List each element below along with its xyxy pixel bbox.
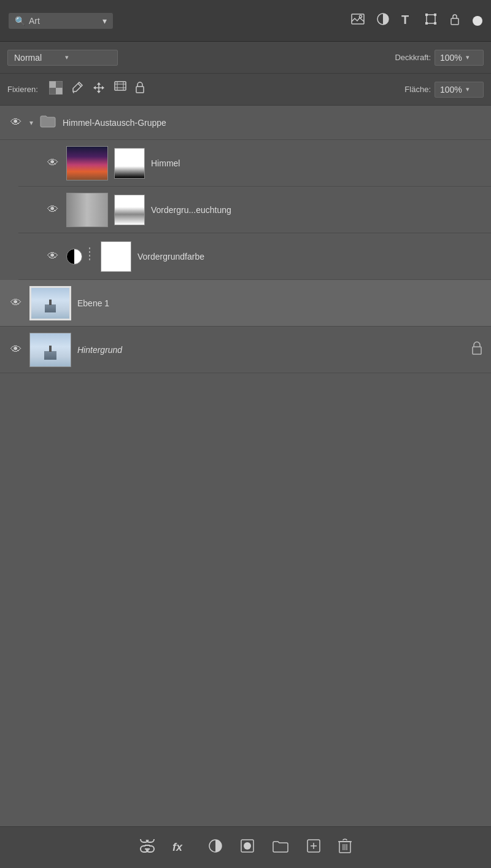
lock-label: Fixieren:	[7, 85, 38, 94]
fill-arrow: ▾	[466, 85, 470, 93]
lock-position-icon[interactable]	[92, 81, 106, 98]
vordergrundfarbe-visibility-icon[interactable]: 👁	[45, 250, 60, 263]
lock-all-icon[interactable]	[135, 81, 145, 98]
svg-rect-6	[434, 14, 436, 16]
vordergrundfarbe-name: Vordergrundfarbe	[137, 252, 482, 262]
new-group-icon[interactable]	[272, 839, 289, 857]
transform-icon[interactable]	[425, 13, 437, 28]
svg-rect-11	[56, 88, 63, 95]
vordergrundfarbe-special-icons	[66, 247, 95, 265]
add-mask-icon[interactable]	[240, 839, 255, 857]
lock-row: Fixieren:	[0, 74, 491, 106]
link-layers-icon[interactable]	[139, 839, 155, 856]
top-toolbar: 🔍 Art ▾ T	[0, 0, 491, 42]
svg-text:fx: fx	[172, 841, 183, 853]
vordergrubeleuchtung-thumbnail	[66, 193, 108, 227]
himmel-name: Himmel	[151, 158, 482, 168]
svg-rect-8	[434, 22, 436, 25]
vordergrubeleuchtung-name: Vordergru...euchtung	[151, 205, 482, 215]
toolbar-icons: T	[351, 12, 482, 29]
image-icon[interactable]	[351, 14, 365, 28]
svg-rect-27	[136, 87, 144, 93]
vordergrubeleuchtung-visibility-icon[interactable]: 👁	[45, 203, 60, 216]
himmel-mask-thumbnail	[114, 148, 145, 179]
layer-hintergrund[interactable]: 👁 Hintergrund	[0, 327, 491, 373]
artboard-icon[interactable]	[449, 12, 460, 29]
svg-rect-22	[115, 82, 126, 90]
group-visibility-icon[interactable]: 👁	[9, 116, 23, 129]
hintergrund-visibility-icon[interactable]: 👁	[9, 343, 23, 356]
layer-ebene1[interactable]: 👁 Ebene 1	[0, 280, 491, 327]
search-icon: 🔍	[15, 16, 25, 26]
svg-rect-5	[425, 14, 428, 16]
ebene1-thumbnail	[29, 286, 71, 320]
vordergrundfarbe-mask-thumbnail	[101, 241, 131, 272]
blend-mode-dropdown[interactable]: Normal ▾	[7, 50, 118, 66]
chain-link-icon	[85, 247, 95, 265]
group-folder-icon	[39, 114, 56, 132]
opacity-label: Deckkraft:	[395, 53, 431, 62]
vordergrubeleuchtung-mask-thumbnail	[114, 195, 145, 225]
circle-half-icon[interactable]	[377, 13, 389, 28]
svg-rect-7	[425, 22, 428, 25]
himmel-visibility-icon[interactable]: 👁	[45, 157, 60, 169]
search-text: Art	[29, 16, 99, 26]
fill-group: Fläche: 100% ▾	[404, 82, 484, 98]
search-box[interactable]: 🔍 Art ▾	[9, 13, 113, 29]
blend-mode-row: Normal ▾ Deckkraft: 100% ▾	[0, 42, 491, 74]
new-layer-icon[interactable]	[306, 839, 321, 857]
hintergrund-thumbnail	[29, 333, 71, 367]
hintergrund-name: Hintergrund	[77, 345, 465, 355]
layer-vordergrubeleuchtung[interactable]: 👁 Vordergru...euchtung	[18, 187, 491, 233]
lock-pixels-icon[interactable]	[71, 81, 83, 98]
himmel-thumbnail	[66, 146, 108, 180]
ebene1-visibility-icon[interactable]: 👁	[9, 296, 23, 309]
svg-marker-18	[93, 86, 96, 90]
fill-layer-icon	[66, 249, 82, 265]
svg-rect-10	[49, 81, 56, 88]
opacity-value: 100%	[440, 53, 462, 63]
svg-marker-16	[97, 82, 101, 85]
svg-marker-19	[102, 86, 104, 90]
blend-mode-value: Normal	[14, 53, 60, 63]
svg-rect-4	[427, 15, 435, 23]
empty-layers-space	[0, 373, 491, 826]
fx-icon[interactable]: fx	[172, 839, 191, 857]
search-dropdown-arrow: ▾	[102, 16, 107, 26]
fill-value: 100%	[440, 85, 462, 95]
opacity-dropdown[interactable]: 100% ▾	[435, 50, 484, 66]
ebene1-name: Ebene 1	[77, 298, 482, 308]
lock-transparency-icon[interactable]	[49, 81, 63, 98]
lock-artboard-icon[interactable]	[114, 81, 126, 98]
svg-rect-9	[451, 18, 458, 25]
svg-point-35	[244, 842, 251, 850]
layers-area: 👁 ▾ Himmel-Austausch-Gruppe 👁 Himmel 👁 V…	[0, 106, 491, 373]
hintergrund-lock-icon	[471, 341, 482, 358]
bottom-toolbar: fx	[0, 826, 491, 868]
blend-mode-arrow: ▾	[65, 53, 111, 61]
type-icon[interactable]: T	[401, 13, 412, 28]
delete-layer-icon[interactable]	[338, 838, 352, 858]
layer-himmel[interactable]: 👁 Himmel	[18, 140, 491, 187]
svg-point-1	[360, 15, 362, 18]
add-adjustment-icon[interactable]	[208, 839, 223, 857]
svg-rect-12	[56, 81, 63, 88]
group-name: Himmel-Austausch-Gruppe	[63, 118, 482, 128]
opacity-group: Deckkraft: 100% ▾	[395, 50, 484, 66]
svg-marker-17	[97, 91, 101, 93]
layer-group-himmel[interactable]: 👁 ▾ Himmel-Austausch-Gruppe	[0, 106, 491, 140]
fill-dropdown[interactable]: 100% ▾	[435, 82, 484, 98]
svg-rect-13	[49, 88, 56, 95]
svg-rect-29	[473, 347, 481, 354]
group-expand-icon[interactable]: ▾	[29, 118, 33, 127]
circle-dot-icon	[473, 16, 482, 26]
layer-vordergrundfarbe[interactable]: 👁 Vordergrundfarbe	[18, 233, 491, 280]
svg-text:T: T	[401, 13, 409, 25]
fill-label: Fläche:	[404, 85, 431, 94]
opacity-arrow: ▾	[466, 53, 470, 61]
lock-icons	[49, 81, 145, 98]
